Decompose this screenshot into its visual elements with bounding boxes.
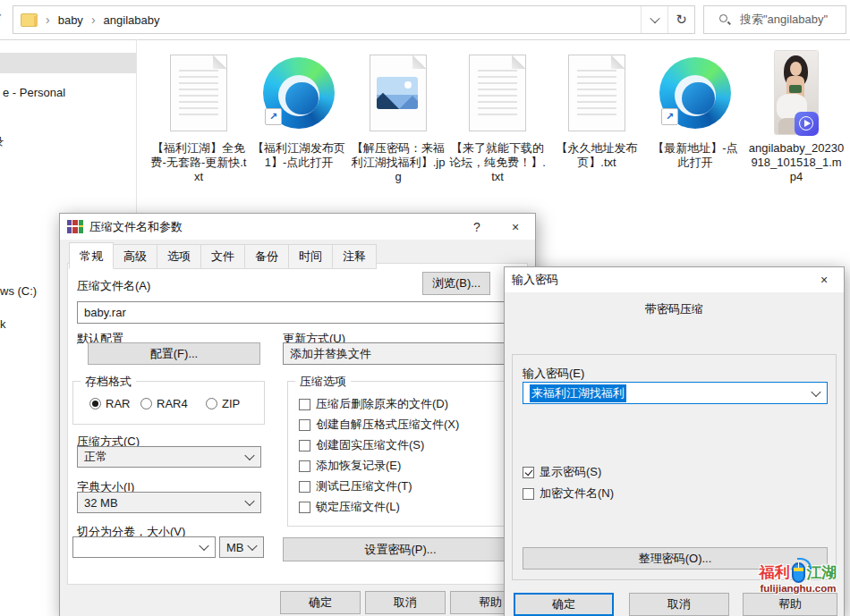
checkbox-test[interactable]: 测试已压缩文件(T) [299,478,412,494]
breadcrumb-item-angilababy[interactable]: angilababy [104,13,160,27]
file-item[interactable]: 【来了就能下载的论坛，纯免费！】.txt [449,49,546,184]
archive-name-label: 压缩文件名(A) [77,278,150,294]
profile-button[interactable]: 配置(F)... [88,342,260,365]
volume-size-combobox[interactable] [72,536,216,558]
update-mode-combobox[interactable]: 添加并替换文件 [283,342,527,365]
watermark-domain: fulijianghu.com [748,583,848,594]
file-name: 【最新地址】-点此打开 [647,141,744,170]
video-thumbnail [748,49,845,136]
password-header: 带密码压缩 [505,301,844,317]
tab-files[interactable]: 文件 [201,244,245,269]
tab-advanced[interactable]: 高级 [114,244,157,269]
watermark: 福利 江湖 fulijianghu.com [748,562,848,594]
image-file-icon [350,49,446,136]
checkbox-checked-icon [523,467,534,478]
radio-rar[interactable]: RAR [89,397,130,410]
file-item[interactable]: ↗ 【福利江湖发布页1】-点此打开 [251,49,347,170]
search-input[interactable]: 搜索"angilababy" [703,5,846,34]
checkbox-icon [523,488,534,500]
watermark-brand-left: 福利 [760,562,790,583]
watermark-brand-right: 江湖 [807,562,837,583]
tab-general[interactable]: 常规 [69,242,114,269]
edge-browser-icon: ↗ [251,49,347,136]
browse-button[interactable]: 浏览(B)... [422,272,490,295]
address-bar[interactable]: › baby › angilababy ↻ [13,5,695,34]
breadcrumb-item-baby[interactable]: baby [58,13,83,27]
address-bar-controls: ↻ [641,6,694,33]
sidebar-item-clipped[interactable]: 录 [0,134,9,150]
file-item[interactable]: 【永久地址发布页】.txt [548,49,645,170]
password-input[interactable]: 来福利江湖找福利 [523,382,828,404]
file-name: 【来了就能下载的论坛，纯免费！】.txt [449,141,546,184]
chevron-down-icon [650,13,659,23]
checkbox-delete-files[interactable]: 压缩后删除原来的文件(D) [299,396,448,412]
winrar-archive-dialog: 压缩文件名和参数 ? × 常规 高级 选项 文件 备份 时间 注释 压缩文件名(… [59,213,536,616]
checkbox-icon [299,481,310,493]
radio-icon [140,398,152,409]
ok-button[interactable]: 确定 [514,593,614,616]
dialog-title: 输入密码 [512,272,558,288]
tab-comment[interactable]: 注释 [333,244,377,269]
archive-name-combobox[interactable]: baby.rar [77,301,527,324]
tab-time[interactable]: 时间 [289,244,333,269]
set-password-button[interactable]: 设置密码(P)... [283,537,518,561]
checkbox-recovery[interactable]: 添加恢复记录(E) [299,458,401,474]
help-button[interactable]: 帮助 [743,593,837,616]
compression-options-group-label: 压缩选项 [295,374,351,390]
checkbox-lock[interactable]: 锁定压缩文件(L) [299,499,400,515]
radio-rar4[interactable]: RAR4 [140,397,188,410]
checkbox-sfx[interactable]: 创建自解压格式压缩文件(X) [299,417,459,433]
update-mode-value: 添加并替换文件 [290,346,371,362]
mouse-icon [792,562,805,583]
checkbox-icon [299,399,310,410]
chevron-down-icon [247,541,257,551]
chevron-down-icon [199,541,208,551]
refresh-button[interactable]: ↻ [667,6,694,33]
file-name: 【解压密码：来福利江湖找福利】.jpg [350,141,446,184]
cancel-button[interactable]: 取消 [629,593,729,616]
help-titlebar-button[interactable]: ? [459,214,495,240]
file-name: 【福利江湖】全免费-无套路-更新快.txt [150,141,247,184]
edge-browser-icon: ↗ [647,49,744,136]
dialog-title-bar[interactable]: 输入密码 [505,267,844,292]
compression-method-combobox[interactable]: 正常 [77,446,261,468]
chevron-down-icon [811,386,820,396]
address-dropdown-button[interactable] [641,6,667,33]
sidebar-item-onedrive[interactable]: e - Personal [3,86,65,99]
checkbox-encrypt-names[interactable]: 加密文件名(N) [523,485,614,502]
radio-icon [206,398,217,409]
dictionary-size-combobox[interactable]: 32 MB [77,492,261,513]
chevron-down-icon [244,496,254,506]
sidebar-item-selected[interactable] [0,53,136,73]
shortcut-arrow-icon: ↗ [265,108,282,125]
password-input-label: 输入密码(E) [523,366,584,382]
sidebar-item-k[interactable]: k [0,317,6,331]
close-icon[interactable]: × [497,214,533,240]
dialog-title: 压缩文件名和参数 [89,219,183,235]
file-name: 【永久地址发布页】.txt [548,141,645,170]
tab-strip: 常规 高级 选项 文件 备份 时间 注释 [69,242,377,269]
checkbox-icon [299,440,310,451]
sidebar-item-drive-c[interactable]: ws (C:) [0,284,37,298]
shortcut-arrow-icon: ↗ [661,108,678,125]
tab-backup[interactable]: 备份 [245,244,289,269]
file-item[interactable]: 【福利江湖】全免费-无套路-更新快.txt [150,49,247,184]
up-icon[interactable]: ↑ [0,9,3,25]
cancel-button[interactable]: 取消 [365,591,446,614]
archive-format-group: 存档格式 RAR RAR4 ZIP [72,381,265,425]
file-item[interactable]: angilababy_20230918_101518_1.mp4 [748,49,845,184]
checkbox-icon [299,502,310,513]
file-item[interactable]: ↗ 【最新地址】-点此打开 [647,49,744,170]
text-file-icon [548,49,645,136]
radio-zip[interactable]: ZIP [206,397,240,410]
checkbox-show-password[interactable]: 显示密码(S) [523,464,601,480]
file-item[interactable]: 【解压密码：来福利江湖找福利】.jpg [350,49,446,184]
play-icon [795,112,819,136]
volume-unit-combobox[interactable]: MB [219,536,264,558]
tab-options[interactable]: 选项 [157,244,201,269]
ok-button[interactable]: 确定 [280,591,361,614]
checkbox-solid[interactable]: 创建固实压缩文件(S) [299,437,424,453]
close-icon[interactable]: × [806,267,842,292]
checkbox-icon [299,419,310,431]
breadcrumb-separator: › [91,13,96,27]
